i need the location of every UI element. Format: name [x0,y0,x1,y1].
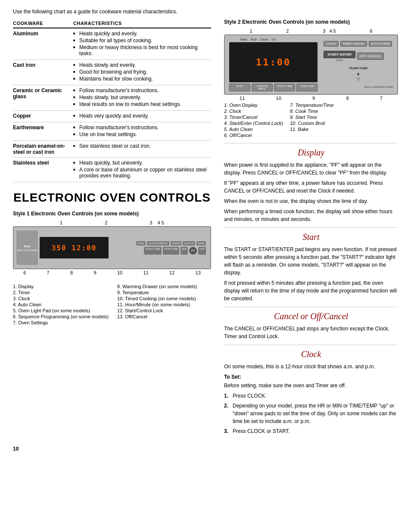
section-paragraph: When power is first supplied to the appl… [224,161,398,177]
step-item: 2.Depending on your model, press the HR … [224,402,398,425]
start-paragraphs: The START or START/ENTER pad begins any … [224,246,398,302]
style1-numbers-top: 1 2 3 4 5 [13,220,211,225]
clean-label: Clean [260,38,268,41]
s2-clock-btn: CLOCK [324,41,338,47]
characteristic-item: Ideal results on low to medium heat sett… [73,101,208,107]
s2-temp-area: TEMP/TIME ▲ ▽ [324,66,393,81]
section-paragraph: If "PF" appears at any other time, a pow… [224,179,398,195]
self-clean-text: SELF-CLEANING [17,249,37,252]
style2-display-text: 11:00 [256,57,291,68]
characteristics-cell: Heats quickly and evenly.Suitable for al… [73,28,211,60]
ctrl-start-btn: ST [189,247,197,255]
broil-label: Broil [251,38,257,41]
divider-1 [224,143,398,143]
table-row: AluminumHeats quickly and evenly.Suitabl… [13,28,211,60]
characteristics-cell: Follow manufacturer's instructions.Use o… [73,122,211,141]
material-cell: Copper [13,111,73,122]
caption-item: 6. Off/Cancel [224,133,283,138]
s2-down-arrow: ▽ [357,77,360,81]
style1-btn-row2: START TIME STOP TIME MIN ST OFF [111,247,206,255]
style2-right-panel: CLOCK TIMER CANCEL AUTO CLEAN START ENTE… [319,38,395,91]
s2-5sec-label: 5 SEC [324,59,355,62]
ctrl-choice: CHOICE [183,241,195,246]
caption-item: 11. Hour/Minute (on some models) [117,302,197,307]
caption-item: 2. Clock [224,109,283,114]
s2-cooktime-btn: COOK TIME [296,84,318,91]
main-layout: COOKWARE CHARACTERISTICS AluminumHeats q… [13,19,398,437]
eoc-title: ELECTRONIC OVEN CONTROLS [13,191,211,205]
style1-btn-row1: BAKE CUSTOM BROIL WARM CHOICE BAKE [111,241,206,246]
caption-item: 11. Bake [290,127,334,132]
style1-oven-body: duo SELF-CLEANING 350 12:00 BAKE CUSTOM … [13,226,211,269]
cookware-table: COOKWARE CHARACTERISTICS AluminumHeats q… [13,19,211,182]
material-cell: Earthenware [13,122,73,141]
s2-num1: 1 [249,28,252,34]
caption-item: 7. Temperature/Time [290,103,334,108]
s2-start-enter-btn: START ENTER [324,51,355,58]
bake-label: Bake [240,38,247,41]
divider-2 [224,227,398,228]
s2-start-block: START ENTER 5 SEC [324,51,355,62]
num2: 2 [105,220,107,225]
s2-timer-btn: TIMER CANCEL [340,41,367,47]
section-paragraph: On some models, this is a 12-hour clock … [224,363,398,370]
to-set-section: To Set: Before setting, make sure the ov… [224,374,398,435]
section-paragraph: When performing a timed cook function, t… [224,208,398,223]
characteristic-item: Follow manufacturer's instructions. [73,87,208,93]
s2-num6: 6 [370,28,372,34]
s2-num11: 11 [240,96,245,101]
table-row: CopperHeats very quickly and evenly. [13,111,211,122]
s2-off-cancel-btn: OFF CANCEL [357,53,384,60]
right-column: Style 2 Electronic Oven Controls (on som… [224,19,398,437]
style1-diagram-wrapper: 1 2 3 4 5 duo SELF-CLEANING 350 12:00 [13,220,211,275]
style1-numbers-bottom: 6 7 8 9 10 11 12 13 [13,270,211,275]
caption-item: 9. Temperature [117,290,197,295]
style2-captions: 1. Oven Display2. Clock3. Timer/Cancel4.… [224,103,398,139]
step-number: 2. [224,402,230,425]
material-cell: Ceramic or Ceramic glass [13,85,73,111]
style1-display-text: 350 12:00 [52,244,97,252]
ctrl-start: START TIME [144,247,162,255]
num12: 12 [169,270,174,275]
characteristic-item: Heats quickly and evenly. [73,31,208,37]
num3-4-5: 3 4 5 [149,220,164,225]
col-header-characteristics: CHARACTERISTICS [73,19,211,28]
step-number: 3. [224,427,230,435]
ctrl-stop: STOP TIME [163,247,179,255]
section-paragraph: When the oven is not in use, the display… [224,197,398,205]
s2-up-arrow: ▲ [356,71,361,76]
characteristic-item: See stainless steel or cast iron. [73,143,208,149]
caption-item: 1. Oven Display [224,103,283,108]
to-set-intro: Before setting, make sure the oven and T… [224,382,398,389]
to-set-steps: 1.Press CLOCK.2.Depending on your model,… [224,392,398,435]
caption-item: 3. Clock [13,296,109,301]
style1-display: 350 12:00 [40,237,109,258]
on-label: On [271,38,275,41]
characteristics-cell: Heats slowly and evenly.Good for brownin… [73,60,211,85]
material-cell: Porcelain enamel-on-steel or cast iron [13,141,73,158]
characteristic-item: Suitable for all types of cooking. [73,37,208,44]
s2-bake-btn: BAKE [229,84,250,91]
characteristic-item: A core or base of aluminum or copper on … [73,167,208,179]
clock-heading: Clock [224,349,398,359]
characteristics-cell: Follow manufacturer's instructions.Heats… [73,85,211,111]
table-row: EarthenwareFollow manufacturer's instruc… [13,122,211,141]
s2-num9: 9 [312,96,315,101]
caption-item: 8. Cook Time [290,109,334,114]
ctrl-bake2: BAKE [196,241,206,246]
caption-item: 5. Oven Light Pad (on some models) [13,308,109,313]
caption-item: 7. Oven Settings [13,320,109,325]
characteristic-item: Good for browning and frying. [73,69,208,75]
material-cell: Aluminum [13,28,73,60]
cancel-paragraphs: The CANCEL or OFF/CANCEL pad stops any f… [224,325,398,340]
step-item: 3.Press CLOCK or START. [224,427,398,435]
s2-num7: 7 [380,96,383,101]
num1: 1 [60,220,62,225]
num6: 6 [23,270,26,275]
style1-label: Style 1 Electronic Oven Controls (on som… [13,211,211,217]
characteristics-cell: See stainless steel or cast iron. [73,141,211,158]
display-paragraphs: When power is first supplied to the appl… [224,161,398,223]
caption-item: 3. Timer/Cancel [224,115,283,120]
caption-item: 12. Start/Control Lock [117,308,197,313]
characteristic-item: Heats slowly, but unevenly. [73,94,208,100]
